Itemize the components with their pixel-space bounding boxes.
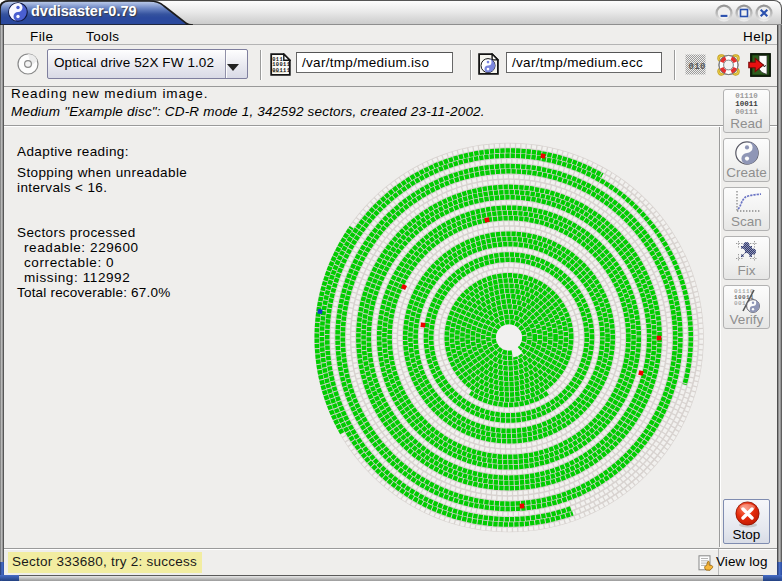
svg-text:010: 010 [689, 62, 706, 72]
svg-text:00111: 00111 [272, 68, 290, 74]
